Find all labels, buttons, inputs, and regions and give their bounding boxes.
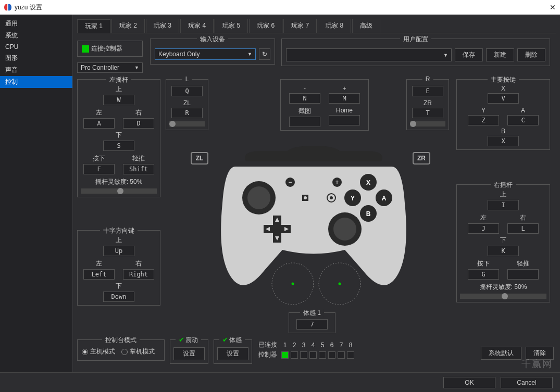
- conn-box-5[interactable]: [319, 351, 326, 359]
- chevron-down-icon: ▼: [247, 52, 252, 57]
- ls-down-button[interactable]: S: [103, 141, 134, 151]
- dpad-title: 十字方向键: [100, 226, 138, 235]
- face-b-button[interactable]: X: [488, 136, 519, 146]
- close-icon[interactable]: ✕: [550, 3, 556, 11]
- controller-type-dropdown[interactable]: Pro Controller▼: [77, 62, 143, 73]
- player-tab-1[interactable]: 玩家 2: [111, 19, 145, 33]
- ls-sensitivity-slider[interactable]: [81, 188, 157, 194]
- sidebar-item-1[interactable]: 系统: [0, 30, 72, 42]
- dpad-left-button[interactable]: Left: [83, 269, 115, 280]
- home-button[interactable]: [329, 115, 360, 125]
- zl-visual: ZL: [191, 152, 208, 165]
- face-x-button[interactable]: V: [488, 93, 519, 104]
- player-tab-8[interactable]: 高级: [352, 19, 380, 33]
- player-tabs: 玩家 1玩家 2玩家 3玩家 4玩家 5玩家 6玩家 7玩家 8高级: [77, 19, 556, 33]
- sidebar-item-0[interactable]: 通用: [0, 18, 72, 30]
- sidebar-item-4[interactable]: 声音: [0, 64, 72, 76]
- player-tab-0[interactable]: 玩家 1: [77, 19, 110, 33]
- rs-up-button[interactable]: I: [488, 200, 519, 210]
- cancel-button[interactable]: Cancel: [501, 377, 553, 388]
- sidebar-item-3[interactable]: 图形: [0, 52, 72, 64]
- l-button[interactable]: Q: [171, 86, 203, 96]
- console-mode-title: 控制台模式: [102, 336, 140, 345]
- ls-left-button[interactable]: A: [83, 118, 115, 129]
- face-buttons-title: 主要按键: [488, 75, 519, 84]
- refresh-button[interactable]: ↻: [259, 48, 270, 60]
- svg-point-27: [292, 283, 294, 285]
- minus-button[interactable]: N: [289, 93, 320, 104]
- zr-visual: ZR: [413, 152, 430, 165]
- svg-text:+: +: [335, 179, 339, 186]
- docked-radio[interactable]: 主机模式: [82, 347, 115, 356]
- conn-box-7[interactable]: [338, 351, 345, 359]
- profile-save-button[interactable]: 保存: [455, 48, 483, 61]
- motion-settings-button[interactable]: 设置: [217, 347, 248, 360]
- r-button[interactable]: E: [412, 86, 443, 96]
- rs-sensitivity-label: 摇杆灵敏度: 50%: [460, 283, 546, 292]
- svg-point-9: [333, 218, 356, 241]
- rs-right-button[interactable]: L: [507, 223, 539, 234]
- user-profile-dropdown[interactable]: ▼: [286, 48, 452, 61]
- player-tab-3[interactable]: 玩家 4: [180, 19, 214, 33]
- connect-checkbox[interactable]: [82, 45, 89, 53]
- zl-button[interactable]: R: [171, 108, 203, 118]
- player-tab-5[interactable]: 玩家 6: [249, 19, 282, 33]
- face-a-button[interactable]: C: [507, 115, 539, 125]
- player-tab-2[interactable]: 玩家 3: [146, 19, 179, 33]
- svg-point-23: [304, 196, 307, 199]
- content: 玩家 1玩家 2玩家 3玩家 4玩家 5玩家 6玩家 7玩家 8高级 连接控制器…: [73, 15, 560, 373]
- rs-down-button[interactable]: K: [488, 246, 519, 256]
- ls-sensitivity-label: 摇杆灵敏度: 50%: [81, 178, 157, 186]
- dpad-up-button[interactable]: Up: [103, 246, 134, 256]
- player-tab-4[interactable]: 玩家 5: [215, 19, 248, 33]
- rs-mod-button[interactable]: [507, 269, 539, 280]
- vibration-checkbox[interactable]: ✔: [179, 336, 184, 344]
- conn-box-6[interactable]: [328, 351, 335, 359]
- svg-text:X: X: [366, 179, 370, 186]
- conn-box-1[interactable]: [281, 351, 289, 359]
- motion-button[interactable]: 7: [296, 319, 328, 330]
- vibration-settings-button[interactable]: 设置: [173, 347, 205, 360]
- zr-slider[interactable]: [410, 121, 445, 127]
- player-tab-7[interactable]: 玩家 8: [318, 19, 351, 33]
- zl-slider[interactable]: [169, 121, 205, 127]
- svg-point-29: [339, 283, 341, 285]
- left-stick-title: 左摇杆: [106, 75, 131, 84]
- plus-button[interactable]: M: [329, 93, 360, 104]
- ls-press-button[interactable]: F: [83, 164, 115, 174]
- motion-checkbox[interactable]: ✔: [222, 336, 228, 344]
- clear-button[interactable]: 清除: [526, 347, 554, 360]
- input-device-dropdown[interactable]: Keyboard Only▼: [155, 48, 256, 60]
- controller-diagram: X Y A B − +: [215, 141, 413, 312]
- dpad-down-button[interactable]: Down: [103, 292, 134, 302]
- conn-box-3[interactable]: [300, 351, 307, 359]
- svg-text:A: A: [382, 195, 387, 202]
- profile-delete-button[interactable]: 删除: [517, 48, 545, 61]
- face-y-button[interactable]: Z: [468, 115, 499, 125]
- zr-button[interactable]: T: [412, 108, 443, 118]
- rs-sensitivity-slider[interactable]: [460, 294, 546, 299]
- rs-press-button[interactable]: G: [468, 269, 499, 280]
- conn-box-4[interactable]: [309, 351, 317, 359]
- profile-new-button[interactable]: 新建: [486, 48, 514, 61]
- dialog-footer: OK Cancel: [0, 372, 560, 392]
- system-default-button[interactable]: 系统默认: [481, 347, 521, 360]
- ok-button[interactable]: OK: [443, 377, 495, 388]
- titlebar: yuzu 设置 ✕: [0, 0, 560, 15]
- sidebar-item-2[interactable]: CPU: [0, 42, 72, 52]
- sidebar-item-5[interactable]: 控制: [0, 76, 72, 88]
- player-tab-6[interactable]: 玩家 7: [283, 19, 317, 33]
- input-device-label: 输入设备: [197, 35, 228, 44]
- conn-box-8[interactable]: [347, 351, 354, 359]
- svg-text:−: −: [288, 179, 292, 186]
- ls-mod-button[interactable]: Shift: [123, 164, 154, 174]
- dpad-right-button[interactable]: Right: [123, 269, 154, 280]
- rs-left-button[interactable]: J: [468, 223, 499, 234]
- ls-up-button[interactable]: W: [103, 95, 134, 105]
- handheld-radio[interactable]: 掌机模式: [121, 347, 155, 356]
- svg-point-25: [330, 196, 333, 199]
- conn-box-2[interactable]: [291, 351, 298, 359]
- ls-right-button[interactable]: D: [123, 118, 154, 129]
- motion-title: 体感 1: [300, 309, 324, 318]
- capture-button[interactable]: [289, 117, 320, 127]
